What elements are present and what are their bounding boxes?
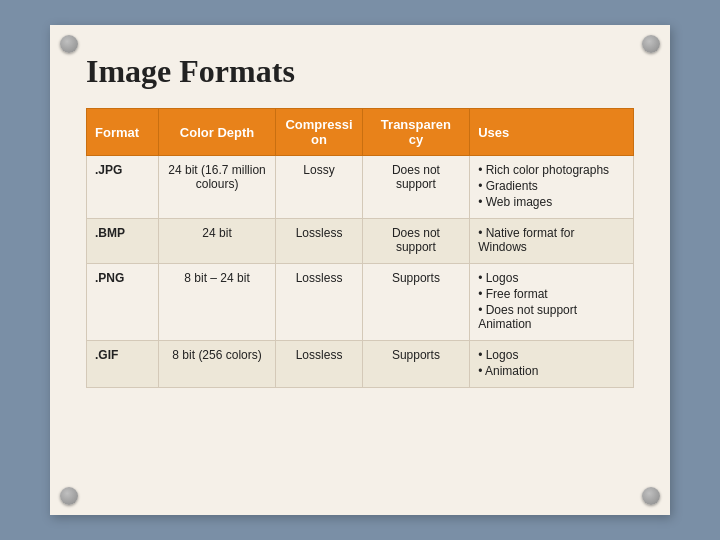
paper-background: Image Formats Format Color Depth Compres… xyxy=(50,25,670,515)
uses-item: Animation xyxy=(478,364,625,378)
cell-uses: LogosFree formatDoes not support Animati… xyxy=(470,264,634,341)
uses-item: Gradients xyxy=(478,179,625,193)
cell-format: .JPG xyxy=(87,156,159,219)
cell-transparency: Does not support xyxy=(362,219,470,264)
header-format: Format xyxy=(87,109,159,156)
cell-color-depth: 8 bit (256 colors) xyxy=(158,341,276,388)
uses-item: Rich color photographs xyxy=(478,163,625,177)
cell-color-depth: 8 bit – 24 bit xyxy=(158,264,276,341)
cell-color-depth: 24 bit xyxy=(158,219,276,264)
pin-bottom-right xyxy=(642,487,660,505)
cell-uses: Rich color photographsGradientsWeb image… xyxy=(470,156,634,219)
table-row: .GIF8 bit (256 colors)LosslessSupportsLo… xyxy=(87,341,634,388)
header-color-depth: Color Depth xyxy=(158,109,276,156)
uses-item: Does not support Animation xyxy=(478,303,625,331)
cell-compression: Lossless xyxy=(276,219,362,264)
pin-top-left xyxy=(60,35,78,53)
cell-uses: Native format for Windows xyxy=(470,219,634,264)
uses-item: Native format for Windows xyxy=(478,226,625,254)
cell-transparency: Supports xyxy=(362,264,470,341)
cell-compression: Lossy xyxy=(276,156,362,219)
pin-top-right xyxy=(642,35,660,53)
table-row: .PNG8 bit – 24 bitLosslessSupportsLogosF… xyxy=(87,264,634,341)
uses-item: Free format xyxy=(478,287,625,301)
header-compression: Compression xyxy=(276,109,362,156)
pin-bottom-left xyxy=(60,487,78,505)
cell-format: .GIF xyxy=(87,341,159,388)
uses-item: Web images xyxy=(478,195,625,209)
cell-format: .BMP xyxy=(87,219,159,264)
cell-transparency: Does not support xyxy=(362,156,470,219)
cell-compression: Lossless xyxy=(276,341,362,388)
cell-color-depth: 24 bit (16.7 million colours) xyxy=(158,156,276,219)
table-row: .JPG24 bit (16.7 million colours)LossyDo… xyxy=(87,156,634,219)
page-title: Image Formats xyxy=(86,53,634,90)
image-formats-table: Format Color Depth Compression Transpare… xyxy=(86,108,634,388)
cell-compression: Lossless xyxy=(276,264,362,341)
cell-format: .PNG xyxy=(87,264,159,341)
uses-item: Logos xyxy=(478,271,625,285)
header-uses: Uses xyxy=(470,109,634,156)
cell-uses: LogosAnimation xyxy=(470,341,634,388)
cell-transparency: Supports xyxy=(362,341,470,388)
table-row: .BMP24 bitLosslessDoes not supportNative… xyxy=(87,219,634,264)
uses-item: Logos xyxy=(478,348,625,362)
header-transparency: Transparency xyxy=(362,109,470,156)
